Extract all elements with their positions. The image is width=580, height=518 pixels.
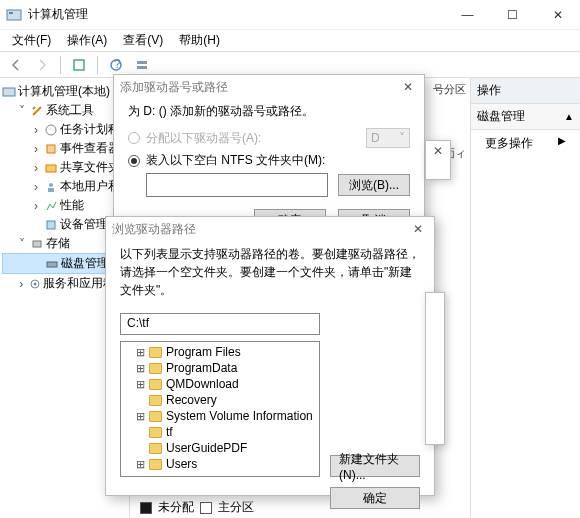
expand-icon[interactable]: ⊞ <box>135 346 145 359</box>
help-icon[interactable]: ? <box>108 57 124 73</box>
folder-item[interactable]: ⊞ProgramData <box>123 360 317 376</box>
services-icon <box>29 277 41 291</box>
device-icon <box>44 218 58 232</box>
floating-close-fragment: ✕ <box>425 140 451 180</box>
assign-letter-label: 分配以下驱动器号(A): <box>146 130 261 147</box>
folder-icon <box>149 347 162 358</box>
folder-icon <box>149 379 162 390</box>
disk-legend: 未分配 主分区 <box>140 499 254 516</box>
storage-icon <box>30 237 44 251</box>
drive-letter-select: D ˅ <box>366 128 410 148</box>
tree-task-scheduler[interactable]: ›任务计划程 <box>2 120 127 139</box>
actions-section[interactable]: 磁盘管理 ▲ <box>471 104 580 130</box>
menu-view[interactable]: 查看(V) <box>117 30 169 51</box>
tree-shared-folders[interactable]: ›共享文件夹 <box>2 158 127 177</box>
dialog2-titlebar: 浏览驱动器路径 ✕ <box>106 217 434 241</box>
close-icon[interactable]: ✕ <box>426 141 450 161</box>
folder-item[interactable]: ⊞Users <box>123 456 317 472</box>
folder-item[interactable]: Recovery <box>123 392 317 408</box>
dialog1-desc: 为 D: () 添加新的驱动器号或路径。 <box>128 103 410 120</box>
maximize-button[interactable]: ☐ <box>490 0 535 30</box>
folder-icon <box>44 161 58 175</box>
tree-root[interactable]: 计算机管理(本地) <box>2 82 127 101</box>
svg-rect-7 <box>3 88 15 96</box>
primary-swatch <box>200 502 212 514</box>
svg-point-8 <box>46 125 56 135</box>
folder-icon <box>149 411 162 422</box>
dialog2-desc: 以下列表显示支持驱动器路径的卷。要创建驱动器路径，请选择一个空文件夹。要创建一个… <box>120 245 420 299</box>
svg-point-11 <box>49 183 53 187</box>
dialog1-title: 添加驱动器号或路径 <box>120 79 228 96</box>
browse-button[interactable]: 浏览(B)... <box>338 174 410 196</box>
folder-tree[interactable]: ⊞Program Files ⊞ProgramData ⊞QMDownload … <box>120 341 320 477</box>
svg-rect-14 <box>33 241 41 247</box>
expand-icon[interactable]: › <box>30 142 42 156</box>
expand-icon[interactable]: ⊞ <box>135 458 145 471</box>
add-drive-path-dialog: 添加驱动器号或路径 ✕ 为 D: () 添加新的驱动器号或路径。 分配以下驱动器… <box>113 74 425 236</box>
svg-rect-13 <box>47 221 55 229</box>
mount-folder-radio-row[interactable]: 装入以下空白 NTFS 文件夹中(M): <box>128 152 410 169</box>
event-icon <box>44 142 58 156</box>
dialog1-titlebar: 添加驱动器号或路径 ✕ <box>114 75 424 99</box>
dialog1-close-button[interactable]: ✕ <box>398 77 418 97</box>
svg-rect-9 <box>47 145 55 153</box>
minimize-button[interactable]: — <box>445 0 490 30</box>
chevron-down-icon: ˅ <box>399 131 405 145</box>
expand-icon[interactable]: ⊞ <box>135 378 145 391</box>
svg-point-17 <box>33 282 36 285</box>
menubar: 文件(F) 操作(A) 查看(V) 帮助(H) <box>0 30 580 52</box>
menu-file[interactable]: 文件(F) <box>6 30 57 51</box>
collapse-icon[interactable]: ˅ <box>16 104 28 118</box>
close-button[interactable]: ✕ <box>535 0 580 30</box>
clock-icon <box>44 123 58 137</box>
menu-action[interactable]: 操作(A) <box>61 30 113 51</box>
svg-rect-0 <box>7 10 21 20</box>
folder-icon <box>149 427 162 438</box>
titlebar: 计算机管理 — ☐ ✕ <box>0 0 580 30</box>
disk-icon <box>45 257 59 271</box>
path-input[interactable]: C:\tf <box>120 313 320 335</box>
unallocated-label: 未分配 <box>158 499 194 516</box>
expand-icon[interactable]: › <box>30 199 42 213</box>
refresh-icon[interactable] <box>71 57 87 73</box>
users-icon <box>44 180 58 194</box>
primary-label: 主分区 <box>218 499 254 516</box>
mount-path-input[interactable] <box>146 173 328 197</box>
assign-letter-radio <box>128 132 140 144</box>
mount-folder-radio[interactable] <box>128 155 140 167</box>
expand-icon[interactable]: › <box>16 277 27 291</box>
back-icon[interactable] <box>8 57 24 73</box>
tree-local-users[interactable]: ›本地用户和 <box>2 177 127 196</box>
expand-icon[interactable]: ⊞ <box>135 362 145 375</box>
folder-item[interactable]: tf <box>123 424 317 440</box>
expand-icon[interactable]: › <box>30 123 42 137</box>
folder-item[interactable]: UserGuidePDF <box>123 440 317 456</box>
forward-icon[interactable] <box>34 57 50 73</box>
actions-more[interactable]: 更多操作 ▶ <box>471 130 580 157</box>
new-folder-button[interactable]: 新建文件夹(N)... <box>330 455 420 477</box>
collapse-icon[interactable]: ˅ <box>16 237 28 251</box>
tree-system-tools[interactable]: ˅ 系统工具 <box>2 101 127 120</box>
folder-item[interactable]: ⊞Program Files <box>123 344 317 360</box>
expand-icon[interactable]: › <box>30 161 42 175</box>
expand-icon[interactable]: ⊞ <box>135 410 145 423</box>
dialog2-ok-button[interactable]: 确定 <box>330 487 420 509</box>
menu-help[interactable]: 帮助(H) <box>173 30 226 51</box>
svg-rect-5 <box>137 61 147 64</box>
app-icon <box>6 7 22 23</box>
col-frag-1: 号分区 <box>433 82 466 97</box>
perf-icon <box>44 199 58 213</box>
svg-rect-1 <box>9 12 13 14</box>
svg-rect-10 <box>46 165 56 172</box>
svg-rect-15 <box>47 262 57 267</box>
dialog2-close-button[interactable]: ✕ <box>408 219 428 239</box>
assign-letter-radio-row: 分配以下驱动器号(A): D ˅ <box>128 128 410 148</box>
folder-item[interactable]: ⊞QMDownload <box>123 376 317 392</box>
tree-performance[interactable]: ›性能 <box>2 196 127 215</box>
folder-item[interactable]: ⊞System Volume Information <box>123 408 317 424</box>
tree-event-viewer[interactable]: ›事件查看器 <box>2 139 127 158</box>
triangle-up-icon: ▲ <box>564 111 574 122</box>
svg-rect-2 <box>74 60 84 70</box>
view-icon[interactable] <box>134 57 150 73</box>
expand-icon[interactable]: › <box>30 180 42 194</box>
